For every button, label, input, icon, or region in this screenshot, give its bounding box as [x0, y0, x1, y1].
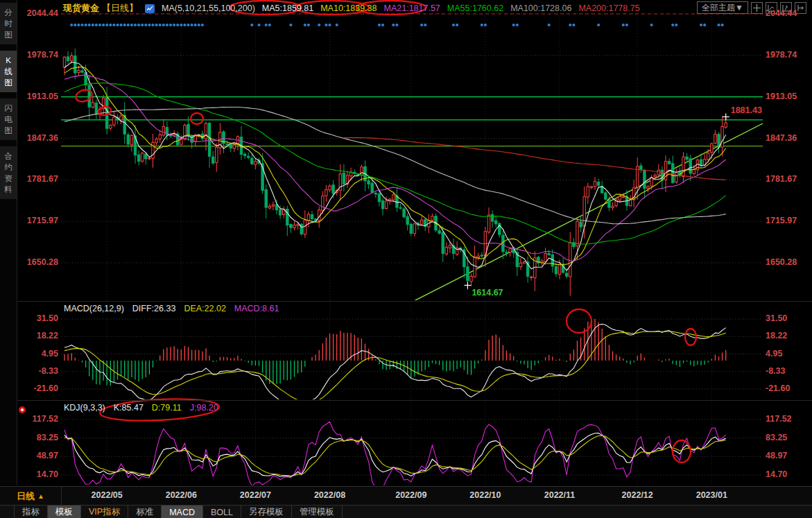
tab-manage-templates[interactable]: 管理模板	[292, 506, 343, 518]
trading-app-window: 分时图 K线图 闪电图 合约资料 现货黄金 【日线】 MA(5,10,21,55…	[0, 0, 812, 518]
kdj-d-value: D:79.11	[152, 403, 182, 413]
time-axis: 日线 ▲ 2022/052022/062022/072022/082022/09…	[0, 486, 812, 506]
price-axis-label-right: 1847.36	[766, 133, 797, 143]
macd-axis-label-right: 31.50	[766, 313, 787, 323]
month-label: 2022/05	[92, 490, 123, 500]
period-label: 【日线】	[102, 2, 138, 15]
month-label: 2022/10	[469, 490, 501, 500]
header-toolbar: 全部主题▼	[697, 1, 806, 14]
tab-macd[interactable]: MACD	[162, 506, 203, 518]
price-axis-label-left: 1650.28	[19, 257, 58, 267]
tab-templates[interactable]: 模板	[48, 506, 81, 518]
macd-diff-value: DIFF:26.33	[132, 304, 176, 313]
price-axis-label-right: 1781.67	[766, 174, 797, 184]
kdj-axis-label-left: 14.70	[19, 469, 58, 479]
sidebar-tab-contract-info[interactable]: 合约资料	[0, 146, 17, 199]
candlestick-icon[interactable]	[145, 4, 155, 13]
panel-separator	[17, 400, 812, 401]
price-axis-label-right: 1650.28	[766, 257, 797, 267]
left-sidebar: 分时图 K线图 闪电图 合约资料	[0, 0, 17, 485]
candlestick-series	[63, 49, 727, 295]
macd-axis-label-left: -21.60	[19, 383, 58, 393]
tab-standard[interactable]: 标准	[128, 506, 162, 518]
sidebar-tab-kline[interactable]: K线图	[0, 51, 17, 92]
price-markers	[464, 113, 729, 288]
month-label: 2022/11	[544, 490, 576, 500]
price-axis-label-left: 1781.67	[19, 174, 58, 184]
price-axis-label-right: 1978.74	[766, 50, 797, 60]
kdj-series	[64, 422, 726, 489]
theme-selector-button[interactable]: 全部主题▼	[697, 1, 748, 14]
red-annotation-ellipse	[685, 329, 696, 345]
crosshair-icon[interactable]	[751, 2, 763, 14]
month-label: 2022/09	[395, 490, 426, 500]
price-axis-label-right: 1913.05	[766, 92, 797, 101]
ma5-value: MA5:1859.81	[262, 3, 313, 13]
panel-separator	[17, 301, 812, 302]
price-axis-label-left: 1913.05	[19, 92, 58, 101]
sidebar-tab-timeshare[interactable]: 分时图	[0, 3, 17, 44]
macd-axis-label-left: 18.22	[19, 331, 58, 340]
kdj-axis-label-left: 117.52	[19, 414, 58, 424]
ma200-line	[344, 138, 726, 180]
macd-panel-header: MACD(26,12,9) DIFF:26.33 DEA:22.02 MACD:…	[64, 304, 279, 313]
ma100-value: MA100:1728.06	[510, 3, 571, 13]
ma200-value: MA200:1778.75	[578, 3, 639, 13]
price-axis-label-left: 1715.97	[19, 216, 58, 225]
sidebar-tab-lightning[interactable]: 闪电图	[0, 98, 17, 140]
macd-dea-value: DEA:22.02	[184, 304, 225, 313]
chart-canvas[interactable]	[0, 0, 812, 518]
kdj-axis-label-left: 48.97	[19, 451, 58, 460]
macd-axis-label-right: -21.60	[766, 383, 790, 393]
macd-title: MACD(26,12,9)	[64, 304, 124, 313]
ma55-value: MA55:1760.62	[447, 3, 503, 13]
kdj-k-value: K:85.47	[114, 403, 144, 413]
ma55-line	[64, 83, 726, 245]
kdj-axis-label-right: 83.25	[766, 433, 787, 442]
kdj-axis-label-right: 14.70	[766, 469, 787, 479]
macd-axis-label-left: 31.50	[19, 313, 58, 323]
kdj-axis-label-left: 83.25	[19, 433, 58, 442]
tab-save-template[interactable]: 另存模板	[241, 506, 292, 518]
kdj-title: KDJ(9,3,3)	[64, 403, 105, 413]
chart-header: 现货黄金 【日线】 MA(5,10,21,55,100,200) MA5:185…	[17, 0, 812, 17]
month-label: 2022/07	[240, 490, 271, 500]
tab-vip-indicators[interactable]: VIP指标	[81, 506, 128, 518]
month-label: 2022/12	[622, 490, 653, 500]
kdj-panel-header: KDJ(9,3,3) K:85.47 D:79.11 J:98.20	[64, 403, 218, 413]
tab-boll[interactable]: BOLL	[203, 506, 241, 518]
event-dots	[70, 24, 724, 26]
kdj-axis-label-right: 48.97	[766, 451, 787, 460]
red-annotation-ellipse	[191, 113, 203, 124]
kdj-d-line	[64, 435, 726, 476]
triangle-up-icon: ▲	[37, 492, 44, 500]
macd-axis-label-right: 4.95	[766, 349, 782, 359]
macd-axis-label-left: -8.33	[19, 366, 58, 376]
alert-dot-icon	[19, 406, 26, 413]
price-axis-label-right: 1715.97	[766, 216, 797, 225]
kdj-gridlines	[61, 420, 763, 475]
macd-axis-label-right: 18.22	[766, 331, 787, 340]
macd-value: MACD:8.61	[234, 304, 279, 313]
kdj-axis-label-right: 117.52	[766, 414, 792, 424]
macd-axis-label-left: 4.95	[19, 349, 58, 359]
ma21-value: MA21:1817.57	[384, 3, 440, 13]
high-price-label: 1881.43	[731, 105, 762, 115]
zoom-x-icon[interactable]	[766, 2, 777, 14]
horizontal-lines	[61, 14, 763, 146]
kdj-j-value: J:98.20	[190, 403, 218, 413]
indicator-tabbar: 指标 模板 VIP指标 标准 MACD BOLL 另存模板 管理模板	[0, 505, 812, 518]
zoom-y-icon[interactable]	[780, 2, 792, 14]
export-icon[interactable]	[795, 2, 806, 14]
ma-settings: MA(5,10,21,55,100,200)	[162, 3, 255, 13]
red-annotation-ellipse	[567, 309, 591, 333]
tab-indicators[interactable]: 指标	[14, 506, 48, 518]
price-axis-label-left: 1847.36	[19, 133, 58, 143]
low-price-label: 1614.67	[472, 288, 503, 297]
price-axis-label-left: 1978.74	[19, 50, 58, 60]
month-label: 2022/06	[166, 490, 197, 500]
month-label: 2023/01	[696, 490, 727, 500]
macd-axis-label-right: -8.33	[766, 366, 786, 376]
period-dropdown[interactable]: 日线 ▲	[0, 487, 62, 506]
month-label: 2022/08	[314, 490, 345, 500]
